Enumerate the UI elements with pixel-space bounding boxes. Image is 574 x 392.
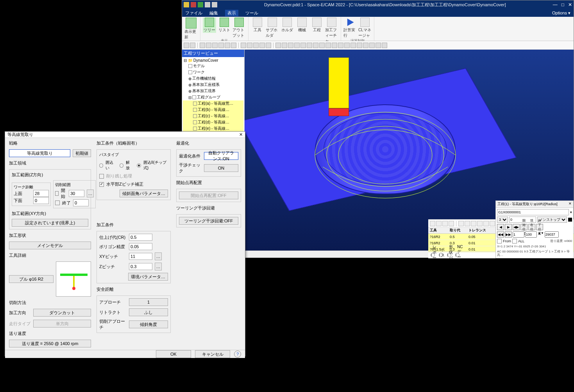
- tooling-avoid-button[interactable]: ツーリング干渉回避:OFF: [179, 217, 238, 225]
- tb-icon[interactable]: [477, 221, 483, 226]
- ribbon-list[interactable]: リスト: [218, 18, 231, 33]
- sim-val3[interactable]: [545, 231, 559, 238]
- tree-item[interactable]: ⊕ 基本加工境界: [183, 88, 243, 94]
- ribbon-tree[interactable]: ツリー: [203, 18, 216, 33]
- sim-code-input[interactable]: [497, 209, 569, 215]
- tb-icon[interactable]: [225, 43, 230, 48]
- tree-process[interactable]: 工程(d) - 等高線…: [183, 119, 243, 125]
- tb-icon[interactable]: [307, 43, 312, 48]
- ribbon-clmanager[interactable]: CLマネージャ: [358, 18, 372, 38]
- tb-icon[interactable]: [218, 43, 224, 48]
- tb-icon[interactable]: [184, 43, 189, 48]
- qat-icon[interactable]: [212, 2, 217, 7]
- tree-item[interactable]: ワーク: [183, 69, 243, 75]
- tree-item[interactable]: ⊟ 工程グループ: [183, 94, 243, 100]
- qat-icon[interactable]: [191, 2, 196, 7]
- tree-process[interactable]: 工程(a) - 等高線荒…: [183, 100, 243, 107]
- sim-val1[interactable]: [513, 231, 524, 238]
- optimize-button[interactable]: 自動クリアランス:ON: [204, 152, 238, 160]
- ribbon-holder[interactable]: ホルダ: [281, 18, 294, 33]
- col-header[interactable]: トレランス: [467, 227, 495, 234]
- maximize-icon[interactable]: □: [561, 2, 564, 7]
- spinner-icon[interactable]: ▲▼: [538, 231, 544, 238]
- retract-button[interactable]: ふし: [129, 308, 168, 316]
- tb-icon[interactable]: [247, 43, 252, 48]
- tb-icon[interactable]: [350, 43, 356, 48]
- xy-range-button[interactable]: 設定されています(境界上): [12, 219, 88, 227]
- ok-button[interactable]: OK: [156, 350, 191, 358]
- sim-current-button[interactable]: 現在位置: [528, 224, 535, 230]
- close-icon[interactable]: ✕: [239, 132, 243, 137]
- cancel-button[interactable]: キャンセル: [195, 350, 230, 358]
- tb-icon[interactable]: [294, 43, 300, 48]
- ribbon-refresh[interactable]: 表示更新: [184, 18, 198, 40]
- radio-post[interactable]: ポスト: [439, 253, 443, 257]
- tb-icon[interactable]: [319, 43, 325, 48]
- tree-process[interactable]: 工程(b) - 等高線…: [183, 107, 243, 113]
- sim-play-button[interactable]: ▶: [505, 224, 512, 230]
- radio-report[interactable]: レポート: [431, 253, 435, 257]
- sim-next-button[interactable]: ◀▶: [513, 224, 520, 230]
- sim-select-1[interactable]: 3: [497, 217, 508, 223]
- direction-button[interactable]: ダウンカット: [33, 309, 91, 317]
- menu-view[interactable]: 表示: [225, 10, 238, 16]
- xypitch-input[interactable]: [129, 253, 152, 260]
- radio-chip[interactable]: 囲込II(チップ式): [137, 160, 168, 171]
- dots-button[interactable]: …: [155, 252, 162, 260]
- tb-icon[interactable]: [357, 43, 362, 48]
- tb-icon[interactable]: [212, 43, 218, 48]
- tb-icon[interactable]: [430, 221, 435, 226]
- sim-all-checkbox[interactable]: [512, 239, 517, 243]
- sim-prev-button[interactable]: ◀: [497, 224, 504, 230]
- sim-val2[interactable]: [525, 231, 537, 238]
- radio-shapepath[interactable]: 形状パス: [447, 253, 451, 257]
- close-icon[interactable]: ✕: [569, 202, 572, 207]
- horizontal-checkbox[interactable]: [99, 182, 104, 187]
- qat-icon[interactable]: [198, 2, 203, 7]
- qat-icon[interactable]: [184, 2, 189, 7]
- tb-icon[interactable]: [369, 43, 375, 48]
- polygon-input[interactable]: [129, 243, 152, 250]
- tb-icon[interactable]: [344, 43, 350, 48]
- qat-icon[interactable]: [205, 2, 210, 7]
- ribbon-process[interactable]: 工程: [310, 18, 324, 33]
- tool-button[interactable]: ブル φ16 R2: [9, 275, 54, 283]
- radio-ncdata[interactable]: NCデータ: [455, 253, 460, 257]
- radio-contour[interactable]: 囲込い: [99, 160, 116, 171]
- start-checkbox[interactable]: [55, 191, 59, 196]
- tb-icon[interactable]: [282, 43, 287, 48]
- tb-icon[interactable]: [436, 221, 442, 226]
- interference-button[interactable]: ON: [204, 164, 238, 172]
- tb-icon[interactable]: [449, 221, 454, 226]
- tb-icon[interactable]: [206, 43, 211, 48]
- ribbon-subholder[interactable]: サブホルダ: [266, 18, 279, 38]
- end-checkbox[interactable]: [55, 200, 60, 205]
- tb-icon[interactable]: [275, 43, 281, 48]
- tb-icon[interactable]: [471, 221, 476, 226]
- sim-rewind-button[interactable]: ◀◀: [497, 231, 504, 238]
- col-header[interactable]: 取り代: [448, 227, 467, 234]
- menu-tool[interactable]: ツール: [245, 10, 258, 16]
- tb-icon[interactable]: [200, 43, 205, 48]
- dots-button[interactable]: …: [87, 190, 94, 197]
- menu-options[interactable]: Options ▾: [552, 11, 570, 16]
- dots-button[interactable]: …: [155, 263, 162, 270]
- zpitch-input[interactable]: [129, 263, 152, 270]
- tb-icon[interactable]: [382, 43, 387, 48]
- sim-start-button[interactable]: 開始位置: [520, 224, 528, 230]
- feed-speed-button[interactable]: 送り速度 = 2550 @ 1400 rpm: [9, 340, 91, 347]
- close-icon[interactable]: ✕: [568, 2, 572, 7]
- strategy-button[interactable]: 等高線荒取り: [9, 149, 70, 157]
- tb-icon[interactable]: [266, 43, 271, 48]
- tb-icon[interactable]: [332, 43, 337, 48]
- internal-approach-button[interactable]: 傾斜角度: [129, 320, 168, 328]
- tb-icon[interactable]: [442, 221, 448, 226]
- tb-icon[interactable]: [259, 43, 265, 48]
- tree-root[interactable]: ⊟ 📁 DynamoCover: [183, 58, 243, 63]
- ribbon-feature[interactable]: 加工フィーチャ: [325, 18, 338, 44]
- tree-item[interactable]: ⊕ 工作機械情報: [183, 75, 243, 82]
- finish-input[interactable]: [129, 234, 152, 241]
- start-input[interactable]: [69, 190, 84, 197]
- shape-button[interactable]: メインモデル: [9, 242, 91, 249]
- help-icon[interactable]: ?: [234, 351, 241, 358]
